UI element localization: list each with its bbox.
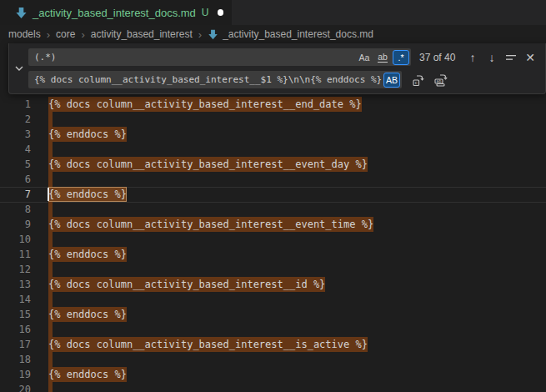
code-line[interactable]: 2	[0, 112, 546, 127]
line-content[interactable]: {% docs column__activity_based_interest_…	[48, 97, 362, 112]
line-number[interactable]: 4	[0, 142, 31, 157]
replace-button[interactable]: c	[410, 72, 427, 88]
line-content[interactable]: {% docs column__activity_based_interest_…	[48, 337, 368, 352]
tab-filename: _activity_based_interest_docs.md	[33, 7, 196, 19]
close-find-button[interactable]: ✕	[522, 49, 538, 66]
line-content[interactable]: {% enddocs %}	[48, 127, 127, 142]
line-number[interactable]: 8	[0, 202, 31, 217]
line-number[interactable]: 11	[0, 247, 31, 262]
preserve-case-button[interactable]: AB	[383, 73, 400, 88]
selection-lines-icon	[505, 52, 517, 63]
unsaved-changes-dot[interactable]	[218, 9, 223, 16]
search-input[interactable]: (.*) Aa ab .*	[28, 48, 411, 66]
tab-active-file[interactable]: _activity_based_interest_docs.md U	[0, 0, 232, 25]
empty-line-match-highlight	[48, 262, 53, 277]
find-in-selection-button[interactable]	[503, 49, 519, 66]
breadcrumb-item-file[interactable]: _activity_based_interest_docs.md	[223, 28, 373, 40]
line-content[interactable]: {% enddocs %}	[48, 307, 127, 322]
previous-match-button[interactable]: ↑	[464, 49, 481, 66]
current-find-match: {% enddocs %}	[48, 187, 127, 202]
toggle-replace-button[interactable]	[9, 43, 28, 93]
line-content[interactable]: {% enddocs %}	[48, 247, 127, 262]
line-number[interactable]: 5	[0, 157, 31, 172]
line-number[interactable]: 20	[0, 382, 31, 392]
line-number[interactable]: 6	[0, 172, 31, 187]
line-number[interactable]: 7	[0, 187, 31, 202]
code-line[interactable]: 13{% docs column__activity_based_interes…	[0, 277, 546, 292]
replace-all-button[interactable]: ab	[433, 72, 449, 88]
empty-line-match-highlight	[48, 322, 53, 337]
find-replace-widget: (.*) Aa ab .* 37 of 40 ↑ ↓ ✕	[8, 43, 546, 94]
next-match-button[interactable]: ↓	[483, 49, 500, 66]
line-number[interactable]: 3	[0, 127, 31, 142]
code-line[interactable]: 6	[0, 172, 546, 187]
line-number[interactable]: 14	[0, 292, 31, 307]
line-content[interactable]: {% enddocs %}	[48, 187, 127, 202]
code-line[interactable]: 8	[0, 202, 546, 217]
code-line[interactable]: 12	[0, 262, 546, 277]
code-line[interactable]: 7{% enddocs %}	[0, 187, 546, 202]
line-content[interactable]	[48, 292, 53, 307]
replace-value: {% docs column__activity_based_interest_…	[34, 74, 382, 85]
line-content[interactable]	[48, 112, 53, 127]
line-content[interactable]: {% docs column__activity_based_interest_…	[48, 157, 368, 172]
replace-icon: c	[412, 73, 425, 87]
markdown-icon	[15, 7, 28, 19]
code-line[interactable]: 3{% enddocs %}	[0, 127, 546, 142]
markdown-icon	[208, 29, 218, 40]
line-number[interactable]: 13	[0, 277, 31, 292]
line-content[interactable]	[48, 142, 53, 157]
empty-line-match-highlight	[48, 292, 53, 307]
code-line[interactable]: 14	[0, 292, 546, 307]
empty-line-match-highlight	[48, 202, 53, 217]
regex-button[interactable]: .*	[393, 50, 409, 65]
code-line[interactable]: 9{% docs column__activity_based_interest…	[0, 217, 546, 232]
empty-line-match-highlight	[48, 142, 53, 157]
line-content[interactable]: {% docs column__activity_based_interest_…	[48, 277, 325, 292]
line-number[interactable]: 19	[0, 367, 31, 382]
line-content[interactable]	[48, 172, 53, 187]
line-content[interactable]	[48, 352, 53, 367]
code-line[interactable]: 20	[0, 382, 546, 392]
breadcrumb-item-core[interactable]: core	[56, 28, 75, 40]
line-number[interactable]: 17	[0, 337, 31, 352]
line-content[interactable]: {% docs column__activity_based_interest_…	[48, 217, 373, 232]
find-match-highlight: {% docs column__activity_based_interest_…	[48, 217, 373, 232]
empty-line-match-highlight	[48, 382, 53, 392]
line-content[interactable]: {% enddocs %}	[48, 367, 127, 382]
code-line[interactable]: 19{% enddocs %}	[0, 367, 546, 382]
code-line[interactable]: 4	[0, 142, 546, 157]
editor[interactable]: 1{% docs column__activity_based_interest…	[0, 43, 546, 392]
code-line[interactable]: 16	[0, 322, 546, 337]
code-line[interactable]: 10	[0, 232, 546, 247]
code-line[interactable]: 18	[0, 352, 546, 367]
match-case-button[interactable]: Aa	[356, 50, 373, 65]
line-number[interactable]: 16	[0, 322, 31, 337]
whole-word-button[interactable]: ab	[374, 50, 391, 65]
line-content[interactable]	[48, 262, 53, 277]
breadcrumb-item-models[interactable]: models	[8, 28, 41, 40]
code-line[interactable]: 11{% enddocs %}	[0, 247, 546, 262]
breadcrumb-separator: ›	[81, 28, 84, 41]
code-lines: 1{% docs column__activity_based_interest…	[0, 97, 546, 392]
line-content[interactable]	[48, 202, 53, 217]
code-line[interactable]: 5{% docs column__activity_based_interest…	[0, 157, 546, 172]
line-number[interactable]: 10	[0, 232, 31, 247]
code-line[interactable]: 1{% docs column__activity_based_interest…	[0, 97, 546, 112]
replace-input[interactable]: {% docs column__activity_based_interest_…	[28, 71, 402, 88]
line-number[interactable]: 18	[0, 352, 31, 367]
breadcrumb-item-activity-based-interest[interactable]: activity_based_interest	[91, 28, 193, 40]
line-content[interactable]	[48, 232, 53, 247]
line-content[interactable]	[48, 382, 53, 392]
tab-bar: _activity_based_interest_docs.md U	[0, 0, 546, 25]
line-number[interactable]: 12	[0, 262, 31, 277]
replace-all-icon: ab	[434, 73, 448, 87]
code-line[interactable]: 15{% enddocs %}	[0, 307, 546, 322]
line-number[interactable]: 15	[0, 307, 31, 322]
line-number[interactable]: 2	[0, 112, 31, 127]
line-content[interactable]	[48, 322, 53, 337]
line-number[interactable]: 9	[0, 217, 31, 232]
line-number[interactable]: 1	[0, 97, 31, 112]
search-value: (.*)	[34, 52, 354, 63]
code-line[interactable]: 17{% docs column__activity_based_interes…	[0, 337, 546, 352]
